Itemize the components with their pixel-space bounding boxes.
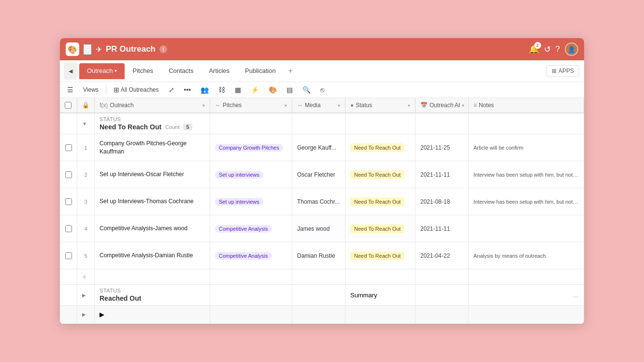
history-button[interactable]: ↺ <box>544 44 551 55</box>
avatar[interactable]: 👤 <box>565 42 578 56</box>
row3-checkbox[interactable] <box>65 198 72 205</box>
filter-button[interactable]: ⚡ <box>247 84 262 95</box>
row5-checkbox[interactable] <box>65 252 72 259</box>
color-icon: 🎨 <box>269 86 277 94</box>
filter-groups-icon: ⤢ <box>169 86 174 94</box>
pitches-col-label: Pitches <box>223 102 242 109</box>
group2-dots-button[interactable]: ... <box>573 291 579 299</box>
toolbar: ☰ Views ⊞ All Outreaches ⤢ ••• 👥 ⛓ ▦ ⚡ 🎨 <box>60 82 584 98</box>
hamburger-button[interactable]: ☰ <box>83 44 92 55</box>
row4-outreach-cell[interactable]: Competitive Analysis-James wood <box>95 215 210 242</box>
color-button[interactable]: 🎨 <box>265 84 280 95</box>
row-icon: ▤ <box>286 86 293 94</box>
app-title: PR Outreach <box>106 44 156 54</box>
add-record-row[interactable]: + <box>60 269 584 285</box>
row4-date-cell: 2021-11-11 <box>415 215 469 242</box>
col-status-header[interactable]: ● Status ▾ <box>345 98 415 112</box>
row4-checkbox[interactable] <box>65 225 72 232</box>
group1-toggle-cell[interactable]: ▼ <box>77 113 95 134</box>
pitches-sort-icon: ▾ <box>285 103 287 108</box>
outreach-at-sort-icon: ▾ <box>462 103 464 108</box>
views-button[interactable]: Views <box>80 85 102 95</box>
row1-outreach-cell[interactable]: Company Growth Pitches-George Kauffman <box>95 134 210 161</box>
add-record-button[interactable]: + <box>77 269 95 284</box>
logo-emoji: 🎨 <box>68 45 77 54</box>
row3-num-cell: 3 <box>77 188 95 215</box>
tab-outreach[interactable]: Outreach ▾ <box>79 63 125 79</box>
select-all-checkbox[interactable] <box>65 102 72 109</box>
pitches-link-icon: ↔ <box>215 102 221 109</box>
row4-checkbox-cell[interactable] <box>60 215 77 242</box>
collapse-button[interactable]: ◀ <box>64 62 77 80</box>
row4-pitches-cell[interactable]: Competitive Analysis <box>210 215 292 242</box>
table-wrapper: 🔒 f(x) Outreach ▾ ↔ Pitches ▾ ↔ Media ▾ … <box>60 98 584 324</box>
hamburger-icon: ☰ <box>67 86 73 94</box>
status-dot-icon: ● <box>350 102 354 109</box>
row-height-button[interactable]: ▤ <box>283 84 296 95</box>
row2-checkbox[interactable] <box>65 171 72 178</box>
group1-notes-cell <box>469 113 584 134</box>
table-row: 4 Competitive Analysis-James wood Compet… <box>60 215 584 242</box>
row1-notes-cell: Article will be confirm <box>469 134 584 161</box>
help-button[interactable]: ? <box>556 44 560 54</box>
row2-checkbox-cell[interactable] <box>60 161 77 188</box>
col-outreach-at-header[interactable]: 📅 Outreach At ▾ <box>415 98 469 112</box>
tab-contacts[interactable]: Contacts <box>161 63 201 79</box>
row2-outreach-cell[interactable]: Set up Interviews-Oscar Fletcher <box>95 161 210 188</box>
group-by-button[interactable]: 👥 <box>197 84 212 95</box>
row5-pitches-cell[interactable]: Competitive Analysis <box>210 242 292 269</box>
all-outreaches-button[interactable]: ⊞ All Outreaches <box>110 84 162 95</box>
row3-checkbox-cell[interactable] <box>60 188 77 215</box>
add-cell-status <box>345 269 415 284</box>
row5-checkbox-cell[interactable] <box>60 242 77 269</box>
row5-outreach-cell[interactable]: Competitive Analysis-Damian Rustie <box>95 242 210 269</box>
col-media-header[interactable]: ↔ Media ▾ <box>292 98 345 112</box>
row3-outreach-cell[interactable]: Set up Interviews-Thomas Cochrane <box>95 188 210 215</box>
info-label: i <box>163 46 164 53</box>
table-row: 3 Set up Interviews-Thomas Cochrane Set … <box>60 188 584 215</box>
table-view-button[interactable]: ▦ <box>231 84 244 95</box>
tab-pitches[interactable]: Pitches <box>125 63 161 79</box>
toolbar-hamburger[interactable]: ☰ <box>64 84 77 95</box>
apps-button[interactable]: ⊞ APPS <box>546 65 579 77</box>
row3-pitches-cell[interactable]: Set up interviews <box>210 188 292 215</box>
row3-date-cell: 2021-08-18 <box>415 188 469 215</box>
row1-pitches-cell[interactable]: Company Growth Pitches <box>210 134 292 161</box>
col-notes-header[interactable]: ≡ Notes <box>469 98 584 112</box>
row3-outreach: Set up Interviews-Thomas Cochrane <box>100 197 194 206</box>
row3-media-cell: Thomas Cochr... <box>292 188 345 215</box>
search-button[interactable]: ⛓ <box>215 84 229 95</box>
tab-articles[interactable]: Articles <box>201 63 237 79</box>
share-button[interactable]: ⎋ <box>317 84 328 95</box>
header-right: 🔔 2 ↺ ? 👤 <box>529 42 578 56</box>
row3-media: Thomas Cochr... <box>297 198 340 205</box>
outreach-sort-icon: ▾ <box>202 103 205 108</box>
col-checkbox-header <box>60 98 77 112</box>
add-cell-notes <box>469 269 584 284</box>
group2-status-cell: Summary <box>345 285 415 305</box>
row1-media-cell: George Kauff... <box>292 134 345 161</box>
add-tab-button[interactable]: + <box>284 64 298 78</box>
apps-label: APPS <box>558 68 574 74</box>
col-outreach-header[interactable]: f(x) Outreach ▾ <box>95 98 210 112</box>
info-icon[interactable]: i <box>159 45 167 53</box>
filter-groups-button[interactable]: ⤢ <box>165 84 178 95</box>
col-lock-header: 🔒 <box>77 98 95 112</box>
notifications-button[interactable]: 🔔 2 <box>529 44 539 55</box>
tab-outreach-chevron: ▾ <box>114 68 117 73</box>
group2-toggle-cell[interactable]: ▶ <box>77 285 95 305</box>
col-pitches-header[interactable]: ↔ Pitches ▾ <box>210 98 292 112</box>
more-options-button[interactable]: ••• <box>181 84 195 95</box>
global-search-button[interactable]: 🔍 <box>299 84 314 95</box>
group3-toggle-cell[interactable]: ▶ <box>77 306 95 323</box>
row2-num: 2 <box>84 172 87 178</box>
row1-checkbox[interactable] <box>65 144 72 151</box>
group2-notes-cell[interactable]: ... <box>469 285 584 305</box>
row3-notes-cell: Interview has been setup with him, but n… <box>469 188 584 215</box>
outreach-col-label: Outreach <box>110 102 133 109</box>
row2-pitches-cell[interactable]: Set up interviews <box>210 161 292 188</box>
row1-checkbox-cell[interactable] <box>60 134 77 161</box>
add-cell-date <box>415 269 469 284</box>
dots-icon: ••• <box>184 86 191 94</box>
tab-publication[interactable]: Publication <box>237 63 284 79</box>
